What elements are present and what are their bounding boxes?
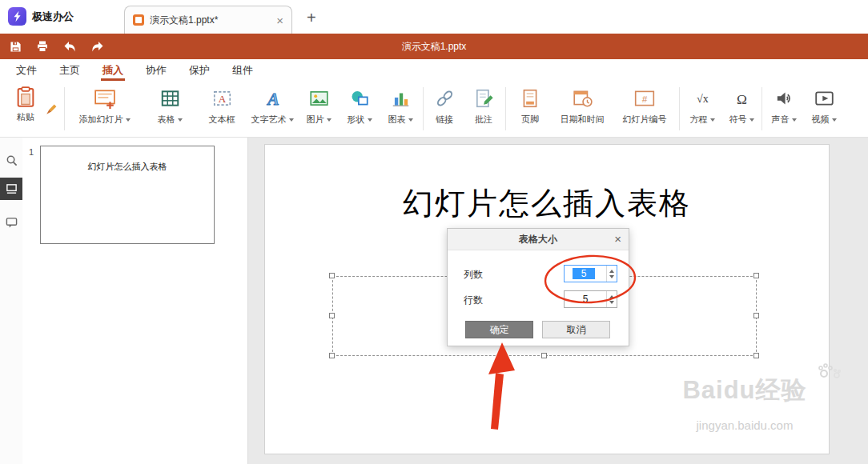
ribbon-textbox-button[interactable]: A 文本框 xyxy=(197,81,247,137)
svg-text:Ω: Ω xyxy=(737,92,747,107)
ribbon-footer-button[interactable]: 页脚 xyxy=(508,81,553,137)
ribbon-equation-button[interactable]: √x 方程 xyxy=(681,81,723,137)
search-icon[interactable] xyxy=(0,149,22,171)
picture-icon xyxy=(308,86,330,111)
sound-icon xyxy=(774,86,795,111)
ribbon-separator xyxy=(64,87,65,130)
columns-spinner[interactable] xyxy=(606,266,617,282)
slide-thumbnail-panel: 1 幻灯片怎么插入表格 xyxy=(22,138,248,464)
rows-input[interactable]: 5 xyxy=(564,290,617,308)
print-icon[interactable] xyxy=(35,39,50,54)
svg-text:A: A xyxy=(266,90,279,109)
menu-file[interactable]: 文件 xyxy=(5,59,48,81)
chevron-down-icon xyxy=(792,118,797,122)
ribbon-shapes-button[interactable]: 形状 xyxy=(340,81,380,137)
ribbon-symbol-button[interactable]: Ω 符号 xyxy=(723,81,760,137)
chevron-down-icon xyxy=(368,118,372,122)
paste-label: 粘贴 xyxy=(17,111,34,123)
ribbon-add-slide-button[interactable]: 添加幻灯片 xyxy=(66,81,143,137)
redo-icon[interactable] xyxy=(90,39,104,54)
video-icon xyxy=(814,86,835,111)
columns-label: 列数 xyxy=(464,268,483,282)
columns-input[interactable]: 5 xyxy=(564,265,617,282)
slide-thumbnail[interactable]: 幻灯片怎么插入表格 xyxy=(40,146,215,244)
menu-collaborate[interactable]: 协作 xyxy=(135,59,178,81)
resize-handle[interactable] xyxy=(329,273,335,278)
ribbon-video-button[interactable]: 视频 xyxy=(804,81,844,137)
comment-icon xyxy=(473,86,495,111)
chevron-down-icon xyxy=(178,118,183,122)
slide-canvas: 幻灯片怎么插入表格 表格大小 × 列数 5 xyxy=(248,138,868,464)
chevron-down-icon xyxy=(710,118,715,122)
menu-insert[interactable]: 插入 xyxy=(91,59,135,81)
menu-home[interactable]: 主页 xyxy=(48,59,91,81)
cancel-button[interactable]: 取消 xyxy=(542,321,610,338)
thumbnail-title-text: 幻灯片怎么插入表格 xyxy=(41,146,214,173)
ok-button[interactable]: 确定 xyxy=(465,321,533,338)
resize-handle[interactable] xyxy=(753,313,759,318)
slide-number-icon: # xyxy=(633,86,656,111)
spinner-down-icon xyxy=(609,301,614,304)
app-brand: 极速办公 xyxy=(8,7,74,26)
menu-protect[interactable]: 保护 xyxy=(178,59,221,81)
svg-text:√x: √x xyxy=(697,92,709,105)
svg-text:A: A xyxy=(218,93,226,105)
slides-panel-icon[interactable] xyxy=(0,178,22,200)
datetime-icon xyxy=(572,86,593,111)
rows-value: 5 xyxy=(565,294,606,305)
ribbon-wordart-button[interactable]: A 文字艺术 xyxy=(247,81,298,137)
ribbon-separator xyxy=(423,87,424,130)
side-tool-strip xyxy=(0,138,22,464)
ribbon-picture-button[interactable]: 图片 xyxy=(298,81,340,137)
app-window: 极速办公 演示文稿1.pptx* × + 演示文稿1.pptx 文件 主页 插入… xyxy=(0,0,868,464)
undo-icon[interactable] xyxy=(62,39,77,54)
document-tab[interactable]: 演示文稿1.pptx* × xyxy=(124,6,292,34)
ribbon-slide-number-button[interactable]: # 幻灯片编号 xyxy=(612,81,677,137)
paste-button[interactable]: 粘贴 xyxy=(10,84,42,123)
table-icon xyxy=(159,86,181,111)
ribbon-link-button[interactable]: 链接 xyxy=(425,81,464,137)
menu-components[interactable]: 组件 xyxy=(221,59,264,81)
chevron-down-icon xyxy=(289,118,294,122)
ribbon-separator xyxy=(679,87,680,130)
ribbon-datetime-button[interactable]: 日期和时间 xyxy=(553,81,612,137)
link-icon xyxy=(434,86,456,111)
quick-access-bar: 演示文稿1.pptx xyxy=(0,34,868,59)
resize-handle[interactable] xyxy=(753,273,759,278)
dialog-close-icon[interactable]: × xyxy=(614,233,621,245)
clipboard-group: 粘贴 xyxy=(3,81,62,137)
textbox-icon: A xyxy=(211,86,233,111)
ribbon-table-button[interactable]: 表格 xyxy=(143,81,197,137)
save-icon[interactable] xyxy=(8,39,22,54)
add-slide-icon xyxy=(94,86,116,111)
menu-bar: 文件 主页 插入 协作 保护 组件 xyxy=(0,59,868,81)
app-logo-icon xyxy=(8,7,26,26)
slide-number-label: 1 xyxy=(29,147,34,157)
ribbon-chart-button[interactable]: 图表 xyxy=(380,81,421,137)
workspace: 1 幻灯片怎么插入表格 幻灯片怎么插入表格 表格大小 × xyxy=(0,138,868,464)
tab-title: 演示文稿1.pptx* xyxy=(150,14,271,27)
chevron-down-icon xyxy=(327,118,332,122)
footer-icon xyxy=(520,86,540,111)
format-painter-button[interactable] xyxy=(45,102,59,119)
app-name: 极速办公 xyxy=(32,10,74,24)
resize-handle[interactable] xyxy=(329,313,335,318)
ribbon-comment-button[interactable]: 批注 xyxy=(464,81,504,137)
comments-panel-icon[interactable] xyxy=(0,211,22,234)
rows-spinner[interactable] xyxy=(606,291,617,307)
columns-value: 5 xyxy=(573,268,595,279)
resize-handle[interactable] xyxy=(753,353,759,358)
browser-tab-bar: 极速办公 演示文稿1.pptx* × + xyxy=(0,0,868,34)
chevron-down-icon xyxy=(832,118,837,122)
format-painter-icon xyxy=(45,102,59,116)
svg-text:#: # xyxy=(642,94,648,105)
table-size-dialog: 表格大小 × 列数 5 行数 5 确定 取消 xyxy=(447,228,629,346)
chart-icon xyxy=(390,86,412,111)
resize-handle[interactable] xyxy=(541,353,547,358)
ribbon-sound-button[interactable]: 声音 xyxy=(764,81,804,137)
new-tab-button[interactable]: + xyxy=(307,10,316,26)
tab-close-icon[interactable]: × xyxy=(276,14,283,26)
slide-title-text[interactable]: 幻灯片怎么插入表格 xyxy=(265,183,829,224)
resize-handle[interactable] xyxy=(329,353,335,358)
dialog-titlebar[interactable]: 表格大小 × xyxy=(448,229,629,250)
